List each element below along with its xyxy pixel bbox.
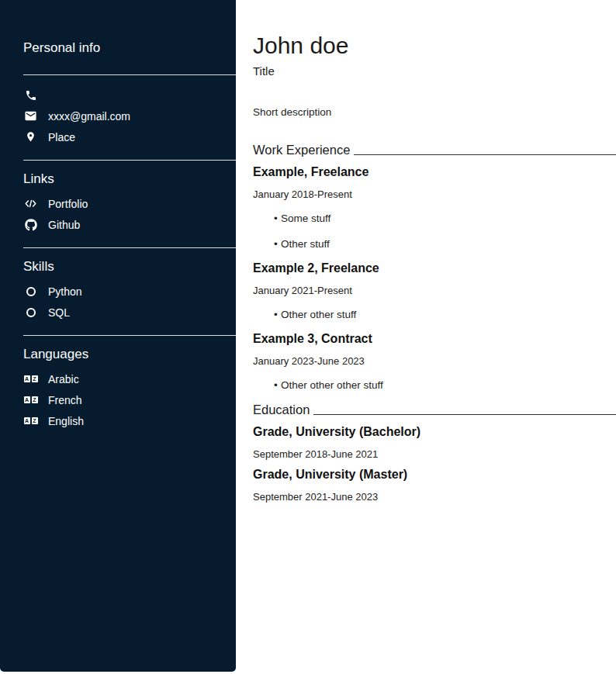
education-entry-date: September 2021-June 2023 <box>253 491 616 503</box>
work-entry-bullets: Some stuff Other stuff <box>253 213 616 251</box>
place-text: Place <box>48 131 75 143</box>
work-entry-title: Example, Freelance <box>253 165 616 179</box>
languages-list: AZ Arabic AZ French AZ English <box>0 368 236 431</box>
language-label: English <box>48 415 84 427</box>
education-entry-title: Grade, University (Master) <box>253 468 616 482</box>
language-label: Arabic <box>48 373 79 385</box>
email-text: xxxx@gmail.com <box>48 110 130 123</box>
link-portfolio[interactable]: Portfolio <box>0 193 236 214</box>
link-label: Github <box>48 219 80 231</box>
heading-rule <box>313 414 616 415</box>
contact-place-row: Place <box>0 126 236 147</box>
link-label: Portfolio <box>48 198 88 210</box>
skills-list: Python SQL <box>0 281 236 323</box>
bullet-item: Some stuff <box>274 213 616 225</box>
language-item: AZ French <box>0 389 236 410</box>
work-entry-bullets: Other other stuff <box>253 309 616 321</box>
skill-label: SQL <box>48 306 70 319</box>
envelope-icon <box>23 109 38 123</box>
work-entry-date: January 2018-Present <box>253 188 616 200</box>
links-list: Portfolio Github <box>0 193 236 235</box>
location-pin-icon <box>23 130 38 143</box>
sidebar-divider <box>23 335 236 336</box>
circle-icon <box>23 287 38 296</box>
resume-main: John doe Title Short description Work Ex… <box>236 0 616 674</box>
job-title: Title <box>253 64 616 78</box>
work-entry-date: January 2021-Present <box>253 285 616 296</box>
sidebar-heading-personal-info: Personal info <box>23 40 236 56</box>
sidebar-heading-languages: Languages <box>23 347 236 362</box>
language-item: AZ Arabic <box>0 368 236 389</box>
language-icon: AZ <box>23 375 38 382</box>
language-label: French <box>48 394 82 406</box>
bullet-item: Other other stuff <box>274 309 616 321</box>
language-icon: AZ <box>23 396 38 403</box>
short-description: Short description <box>253 106 616 119</box>
skill-item: SQL <box>0 302 236 323</box>
sidebar-divider <box>23 247 236 248</box>
sidebar: Personal info xxxx@gmail.com Place Links <box>0 0 236 672</box>
section-heading-label: Education <box>253 403 310 417</box>
language-icon: AZ <box>23 417 38 424</box>
section-heading-work-experience: Work Experience <box>253 143 616 157</box>
link-github[interactable]: Github <box>0 214 236 235</box>
contact-email-row: xxxx@gmail.com <box>0 105 236 126</box>
sidebar-divider <box>23 160 236 161</box>
sidebar-divider <box>23 74 236 75</box>
contact-list: xxxx@gmail.com Place <box>0 85 236 147</box>
sidebar-heading-links: Links <box>23 171 236 187</box>
work-entry-bullets: Other other other stuff <box>253 379 616 392</box>
education-entry-title: Grade, University (Bachelor) <box>253 425 616 439</box>
education-entry-date: September 2018-June 2021 <box>253 448 616 460</box>
section-heading-education: Education <box>253 403 616 417</box>
work-entry-title: Example 2, Freelance <box>253 261 616 275</box>
language-item: AZ English <box>0 410 236 431</box>
person-name: John doe <box>253 33 616 58</box>
bullet-item: Other stuff <box>274 238 616 251</box>
sidebar-heading-skills: Skills <box>23 259 236 275</box>
circle-icon <box>23 308 38 317</box>
heading-rule <box>354 154 616 155</box>
work-entry-title: Example 3, Contract <box>253 332 616 346</box>
phone-icon <box>23 89 38 102</box>
skill-item: Python <box>0 281 236 302</box>
skill-label: Python <box>48 285 82 298</box>
code-icon <box>23 198 38 209</box>
work-entry-date: January 2023-June 2023 <box>253 355 616 367</box>
github-icon <box>23 219 38 231</box>
bullet-item: Other other other stuff <box>274 379 616 392</box>
contact-phone-row <box>0 85 236 105</box>
section-heading-label: Work Experience <box>253 143 350 157</box>
